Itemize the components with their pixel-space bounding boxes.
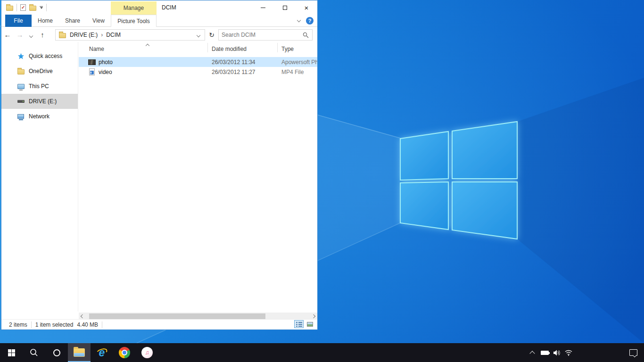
forward-button[interactable]: →: [14, 31, 26, 39]
system-tray: [526, 343, 644, 362]
quick-access-toolbar: [6, 0, 47, 15]
search-icon[interactable]: [303, 32, 309, 38]
file-explorer-window: Manage DCIM × File Home Share View Pictu…: [1, 0, 318, 330]
up-button[interactable]: ↑: [36, 31, 49, 39]
drive-icon: [17, 98, 25, 105]
minimize-button[interactable]: [252, 0, 274, 15]
file-row-photo[interactable]: photo 26/03/2012 11:34 Apowersoft Pho: [79, 57, 317, 67]
customize-toolbar-dropdown-icon[interactable]: [40, 6, 43, 9]
column-separator[interactable]: [277, 43, 278, 52]
taskbar-file-explorer-button[interactable]: [68, 343, 91, 362]
column-header-date-modified[interactable]: Date modified: [212, 46, 247, 52]
sidebar-item-quick-access[interactable]: Quick access: [1, 49, 78, 64]
help-icon[interactable]: ?: [306, 17, 314, 25]
navigation-pane: Quick access OneDrive This PC DRIVE (E:)…: [1, 42, 78, 312]
mp4-file-icon: [88, 68, 96, 76]
status-separator: [102, 321, 102, 328]
cortana-icon: [53, 349, 60, 356]
file-date: 26/03/2012 11:34: [212, 59, 256, 66]
address-folder-icon: [59, 33, 66, 38]
sort-ascending-icon: [146, 44, 149, 48]
tab-picture-tools[interactable]: Picture Tools: [111, 15, 157, 27]
column-header-name[interactable]: Name: [89, 46, 104, 52]
windows-start-icon: [8, 349, 15, 356]
status-separator: [31, 321, 32, 328]
file-name: photo: [99, 59, 113, 66]
internet-explorer-icon: e: [96, 347, 107, 358]
scrollbar-thumb[interactable]: [89, 313, 265, 319]
scroll-left-icon[interactable]: [81, 314, 84, 318]
file-type: MP4 File: [281, 69, 317, 75]
tab-file[interactable]: File: [5, 15, 32, 27]
column-separator[interactable]: [207, 43, 208, 52]
breadcrumb-root[interactable]: DRIVE (E:): [70, 32, 98, 38]
item-count: 2 items: [9, 321, 27, 328]
tab-view[interactable]: View: [86, 15, 111, 27]
refresh-button[interactable]: ↻: [207, 29, 216, 41]
tab-home[interactable]: Home: [32, 15, 59, 27]
breadcrumb-separator: ›: [101, 32, 103, 38]
file-rows: photo 26/03/2012 11:34 Apowersoft Pho vi…: [79, 57, 317, 77]
file-date: 26/03/2012 11:27: [212, 69, 256, 75]
taskbar-internet-explorer-button[interactable]: e: [91, 343, 113, 362]
file-name: video: [99, 69, 112, 75]
chrome-icon: [119, 347, 130, 358]
start-button[interactable]: [0, 343, 23, 362]
sidebar-item-onedrive[interactable]: OneDrive: [1, 64, 78, 79]
cortana-button[interactable]: [45, 343, 68, 362]
battery-icon[interactable]: [538, 351, 551, 355]
search-icon: [30, 348, 38, 357]
taskbar-chrome-button[interactable]: [113, 343, 136, 362]
photo-thumbnail-icon: [88, 58, 96, 66]
column-headers: Name Date modified Type: [79, 42, 317, 54]
search-box[interactable]: [218, 29, 313, 41]
folder-icon: [17, 67, 25, 75]
sidebar-item-drive-e[interactable]: DRIVE (E:): [1, 94, 78, 109]
breadcrumb-current[interactable]: DCIM: [106, 32, 121, 38]
title-bar[interactable]: Manage DCIM ×: [1, 0, 317, 15]
action-center-icon[interactable]: [627, 349, 639, 356]
volume-icon[interactable]: [551, 349, 563, 356]
file-list-pane: Name Date modified Type photo 26/03/2012…: [79, 42, 317, 312]
window-title: DCIM: [162, 0, 176, 15]
status-bar: 2 items 1 item selected 4.40 MB: [1, 319, 317, 329]
toolbar-separator: [46, 4, 47, 11]
new-folder-icon[interactable]: [29, 6, 36, 11]
sidebar-item-label: Network: [29, 113, 50, 120]
wifi-icon[interactable]: [563, 349, 575, 356]
recent-locations-icon[interactable]: [29, 33, 33, 37]
taskbar-itunes-button[interactable]: ♫: [136, 343, 158, 362]
details-view-button[interactable]: [294, 320, 304, 328]
address-bar[interactable]: DRIVE (E:) › DCIM: [55, 29, 205, 41]
itunes-icon: ♫: [141, 347, 153, 358]
file-type: Apowersoft Pho: [281, 59, 317, 66]
sidebar-item-network[interactable]: Network: [1, 109, 78, 124]
maximize-button[interactable]: [274, 0, 296, 15]
network-icon: [17, 113, 25, 120]
window-controls: ×: [252, 0, 317, 15]
taskbar-search-button[interactable]: [23, 343, 45, 362]
thumbnail-view-button[interactable]: [305, 320, 314, 328]
main-area: Quick access OneDrive This PC DRIVE (E:)…: [1, 42, 317, 312]
toolbar-separator: [17, 4, 17, 11]
screen: Manage DCIM × File Home Share View Pictu…: [0, 0, 644, 362]
sidebar-item-label: This PC: [29, 83, 49, 90]
windows-logo-icon: [400, 122, 517, 239]
scroll-right-icon[interactable]: [312, 314, 315, 318]
close-button[interactable]: ×: [296, 0, 317, 15]
file-explorer-icon: [74, 348, 85, 357]
tray-chevron-up-icon[interactable]: [526, 350, 538, 355]
column-header-type[interactable]: Type: [281, 46, 294, 52]
selection-size: 4.40 MB: [77, 321, 98, 328]
manage-contextual-group[interactable]: Manage: [111, 1, 157, 15]
sidebar-item-this-pc[interactable]: This PC: [1, 79, 78, 94]
file-row-video[interactable]: video 26/03/2012 11:27 MP4 File: [79, 67, 317, 77]
search-input[interactable]: [219, 32, 303, 38]
star-icon: [17, 52, 25, 60]
monitor-icon: [17, 82, 25, 90]
address-dropdown-icon[interactable]: [197, 33, 200, 37]
properties-icon[interactable]: [20, 4, 26, 11]
expand-ribbon-icon[interactable]: [297, 18, 301, 22]
back-button[interactable]: ←: [1, 31, 14, 39]
tab-share[interactable]: Share: [59, 15, 86, 27]
